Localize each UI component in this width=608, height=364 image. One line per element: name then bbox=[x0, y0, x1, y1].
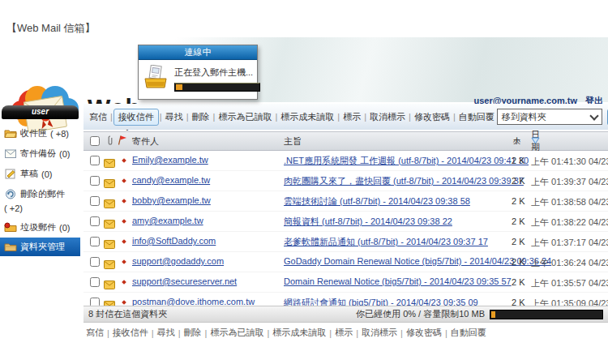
mail-date: 上午 01:37:17 04/23/20 bbox=[531, 237, 608, 249]
envelope-icon bbox=[104, 156, 115, 165]
folder-count: (0) bbox=[59, 223, 70, 233]
toolbar-receive-mail-button[interactable]: 接收信件 bbox=[110, 325, 151, 340]
toolbar-separator: | bbox=[178, 328, 181, 338]
toolbar-bottom: 寫信|接收信件|尋找|刪除|標示為已讀取|標示成未讀取|標示|取消標示|修改密碼… bbox=[83, 325, 489, 340]
toolbar-delete-button[interactable]: 刪除 bbox=[190, 109, 212, 125]
toolbar-change-password-button[interactable]: 修改密碼 bbox=[404, 325, 444, 340]
sidebar-item-inbox[interactable]: 收件匣( +8) bbox=[0, 123, 80, 143]
toolbar-search-button[interactable]: 尋找 bbox=[155, 325, 178, 340]
subject-link[interactable]: 肉乾團購又來了，盡快回覆 (utf-8/7bit) - 2014/04/23 0… bbox=[284, 175, 524, 187]
sort-descending-icon[interactable] bbox=[531, 136, 540, 146]
sidebar-item-junk-mail[interactable]: 垃圾郵件(0) bbox=[0, 217, 80, 238]
toolbar-right-controls: 移到資料夾 確認 選項設定 bbox=[497, 109, 608, 126]
mail-table-header: 寄件人 主旨 大 小 日期 bbox=[83, 131, 608, 151]
sender-link[interactable]: support@secureserver.net bbox=[132, 276, 237, 286]
select-all-checkbox[interactable] bbox=[90, 136, 100, 146]
toolbar-search-button[interactable]: 尋找 bbox=[163, 109, 186, 125]
toolbar-separator: | bbox=[186, 112, 189, 122]
folder-label: 收件匣 bbox=[20, 127, 47, 139]
toolbar-cancel-flag-button[interactable]: 取消標示 bbox=[367, 109, 408, 125]
sender-link[interactable]: info@SoftDaddy.com bbox=[132, 236, 216, 246]
flag-icon[interactable] bbox=[117, 135, 127, 148]
sender-link[interactable]: support@godaddy.com bbox=[132, 256, 224, 266]
toolbar-flag-button[interactable]: 標示 bbox=[332, 325, 355, 340]
sender-link[interactable]: amy@example.tw bbox=[132, 216, 203, 225]
toolbar-mark-as-unread-button[interactable]: 標示成未讀取 bbox=[270, 325, 328, 340]
quota-bar bbox=[490, 310, 603, 319]
toolbar-auto-reply-button[interactable]: 自動回覆 bbox=[448, 325, 489, 340]
toolbar-receive-mail-button[interactable]: 接收信件 bbox=[113, 109, 159, 126]
page-title: 【Web Mail 信箱】 bbox=[6, 21, 96, 36]
subject-link[interactable]: 雲端技術討論 (utf-8/7bit) - 2014/04/23 09:38 5… bbox=[284, 195, 470, 208]
unread-dot-icon bbox=[122, 178, 126, 183]
sender-link[interactable]: Emily@example.tw bbox=[132, 155, 208, 165]
unread-dot-icon bbox=[122, 199, 126, 203]
sidebar-item-deleted-mail[interactable]: 刪除的郵件( +2) bbox=[0, 184, 80, 217]
unread-dot-icon bbox=[122, 300, 126, 305]
sidebar-item-drafts[interactable]: 草稿(0) bbox=[0, 164, 80, 184]
toolbar-separator: | bbox=[329, 328, 332, 338]
connecting-dialog: 連線中 正在登入郵件主機... bbox=[138, 45, 258, 100]
mail-row-checkbox[interactable] bbox=[90, 156, 100, 165]
mail-date: 上午 01:35:57 04/23/20 bbox=[531, 277, 608, 289]
envelope-icon bbox=[104, 197, 115, 206]
mail-date: 上午 01:38:22 04/23/20 bbox=[531, 216, 608, 229]
subject-link[interactable]: 簡報資料 (utf-8/7bit) - 2014/04/23 09:38 22 bbox=[284, 216, 452, 228]
folder-count: ( +2) bbox=[4, 203, 23, 213]
toolbar-auto-reply-button[interactable]: 自動回覆 bbox=[456, 109, 497, 125]
subject-link[interactable]: .NET應用系統開發 工作週報 (utf-8/7bit) - 2014/04/2… bbox=[284, 155, 529, 167]
column-subject[interactable]: 主旨 bbox=[284, 135, 302, 148]
envelope-icon bbox=[104, 258, 115, 267]
dialog-message: 正在登入郵件主機... bbox=[174, 66, 260, 79]
mail-size: 2 K bbox=[512, 237, 525, 246]
column-sender[interactable]: 寄件人 bbox=[132, 135, 159, 148]
toolbar-separator: | bbox=[337, 112, 340, 122]
toolbar-cancel-flag-button[interactable]: 取消標示 bbox=[359, 325, 400, 340]
mail-size: 2 K bbox=[512, 176, 525, 186]
dialog-body: 正在登入郵件主機... bbox=[139, 60, 257, 97]
toolbar-separator: | bbox=[400, 328, 403, 338]
sender-link[interactable]: candy@example.tw bbox=[132, 175, 210, 185]
envelope-icon bbox=[104, 217, 115, 226]
mail-row-checkbox[interactable] bbox=[90, 176, 100, 186]
mail-size: 2 K bbox=[512, 277, 525, 287]
toolbar-mark-as-read-button[interactable]: 標示為已讀取 bbox=[208, 325, 266, 340]
subject-link[interactable]: Domain Renewal Notice (big5/7bit) - 2014… bbox=[284, 276, 512, 286]
sidebar-item-folder-manage[interactable]: 資料夾管理 bbox=[0, 238, 80, 256]
login-progress-fill bbox=[176, 84, 182, 90]
webmail-page: 【Web Mail 信箱】 Web Powered by R user@your… bbox=[0, 0, 608, 364]
unread-dot-icon bbox=[122, 259, 126, 264]
folder-count: ( +8) bbox=[50, 129, 69, 139]
toolbar-compose-button[interactable]: 寫信 bbox=[83, 325, 106, 340]
mail-tray-icon bbox=[143, 65, 169, 92]
mail-row-checkbox[interactable] bbox=[90, 216, 100, 226]
toolbar-separator: | bbox=[364, 112, 366, 122]
toolbar-flag-button[interactable]: 標示 bbox=[340, 109, 363, 125]
mail-row-checkbox[interactable] bbox=[90, 257, 100, 267]
toolbar-separator: | bbox=[453, 112, 456, 122]
toolbar-mark-as-read-button[interactable]: 標示為已讀取 bbox=[216, 109, 274, 125]
header-banner: Web Powered by R user@yourname.com.tw登出 … bbox=[0, 37, 608, 102]
mail-row: support@godaddy.comGoDaddy Domain Renewa… bbox=[83, 252, 608, 272]
mail-row-checkbox[interactable] bbox=[90, 196, 100, 206]
toolbar-separator: | bbox=[110, 112, 113, 122]
sidebar-folder-list: 收件匣( +8)寄件備份(0)草稿(0)刪除的郵件( +2)垃圾郵件(0)資料夾… bbox=[0, 123, 80, 256]
mail-date: 上午 01:38:58 04/23/20 bbox=[531, 196, 608, 208]
toolbar-mark-as-unread-button[interactable]: 標示成未讀取 bbox=[278, 109, 336, 125]
mail-date: 上午 01:36:24 04/23/20 bbox=[531, 257, 608, 269]
move-to-folder-select[interactable]: 移到資料夾 bbox=[497, 109, 602, 125]
mail-row-checkbox[interactable] bbox=[90, 237, 100, 246]
toolbar-separator: | bbox=[409, 112, 411, 122]
mail-size: 2 K bbox=[512, 156, 525, 165]
toolbar-change-password-button[interactable]: 修改密碼 bbox=[412, 109, 452, 125]
mail-row-checkbox[interactable] bbox=[90, 277, 100, 287]
toolbar-delete-button[interactable]: 刪除 bbox=[182, 325, 204, 340]
toolbar-compose-button[interactable]: 寫信 bbox=[87, 109, 109, 125]
subject-link[interactable]: 老爹軟體新品通知 (utf-8/7bit) - 2014/04/23 09:37… bbox=[284, 236, 488, 248]
sender-link[interactable]: bobby@example.tw bbox=[132, 195, 211, 205]
paperclip-icon[interactable] bbox=[107, 135, 113, 148]
toolbar-separator: | bbox=[275, 112, 277, 122]
toolbar-separator: | bbox=[267, 328, 269, 338]
mail-row: bobby@example.tw雲端技術討論 (utf-8/7bit) - 20… bbox=[83, 191, 608, 212]
sidebar-item-sent-backup[interactable]: 寄件備份(0) bbox=[0, 143, 80, 164]
